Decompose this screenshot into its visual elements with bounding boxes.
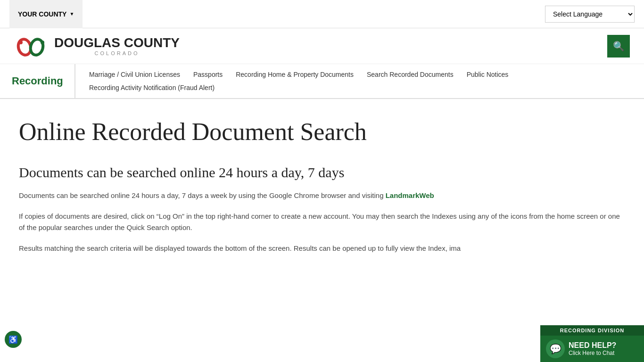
subtitle: Documents can be searched online 24 hour…: [19, 165, 625, 181]
nav-link-passports[interactable]: Passports: [187, 68, 229, 81]
top-bar-left: YOUR COUNTY ▼: [9, 0, 83, 28]
your-county-button[interactable]: YOUR COUNTY ▼: [9, 0, 83, 28]
svg-point-5: [41, 41, 44, 44]
nav-section-text: Recording: [12, 75, 63, 87]
body-paragraph-1: Documents can be searched online 24 hour…: [19, 190, 625, 201]
county-logo-icon: [14, 33, 52, 59]
state-name: COLORADO: [54, 50, 180, 56]
landmark-web-link[interactable]: LandmarkWeb: [386, 191, 434, 199]
language-selector-wrapper: Select Language: [545, 6, 635, 23]
language-select[interactable]: Select Language: [545, 6, 635, 23]
nav-link-search-docs[interactable]: Search Recorded Documents: [360, 68, 460, 81]
your-county-label: YOUR COUNTY: [18, 10, 66, 18]
svg-point-4: [19, 41, 23, 44]
nav-link-marriage[interactable]: Marriage / Civil Union Licenses: [83, 68, 187, 81]
body-paragraph-2: If copies of documents are desired, clic…: [19, 211, 625, 233]
main-nav: Recording Marriage / Civil Union License…: [0, 64, 644, 99]
search-icon: 🔍: [613, 41, 625, 52]
nav-link-public-notices[interactable]: Public Notices: [460, 68, 515, 81]
nav-link-recording-home[interactable]: Recording Home & Property Documents: [229, 68, 360, 81]
site-header: DOUGLAS COUNTY COLORADO 🔍: [0, 28, 644, 64]
nav-section-label: Recording: [0, 64, 75, 98]
page-title: Online Recorded Document Search: [19, 118, 625, 146]
header-search-button[interactable]: 🔍: [607, 35, 630, 58]
chevron-down-icon: ▼: [69, 11, 74, 16]
county-name-block: DOUGLAS COUNTY COLORADO: [54, 36, 180, 56]
county-name: DOUGLAS COUNTY: [54, 36, 180, 50]
top-bar: YOUR COUNTY ▼ Select Language: [0, 0, 644, 28]
body-paragraph-3: Results matching the search criteria wil…: [19, 243, 625, 254]
logo-area: DOUGLAS COUNTY COLORADO: [14, 33, 180, 59]
nav-link-fraud-alert[interactable]: Recording Activity Notification (Fraud A…: [83, 81, 221, 94]
main-content: Online Recorded Document Search Document…: [0, 99, 644, 282]
body-paragraph-1-prefix: Documents can be searched online 24 hour…: [19, 191, 386, 199]
nav-links: Marriage / Civil Union Licenses Passport…: [75, 64, 644, 98]
